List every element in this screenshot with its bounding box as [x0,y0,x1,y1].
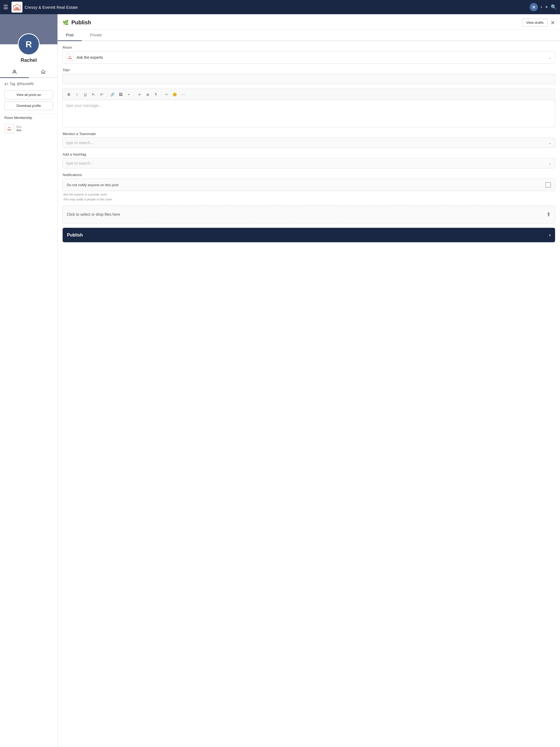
editor-toolbar: B i U A↕ Aᵃ 🔗 🖼 + ≡ ≣ ¶ <> 😊 ⋯ [62,88,555,100]
notification-note-1: Ask the experts is a private room [62,193,555,196]
main-layout: R Rachel 🏷 Tag @RachelRt View all posts … [0,0,560,747]
do-not-notify-label: Do not notify anyone on this post [67,183,119,187]
app-name: Cressy & Everett Real Estate [25,5,78,9]
ordered-list-button[interactable]: ≡ [136,91,143,98]
room-selector-left: the Hub Ask the experts [66,54,103,61]
hashtag-section: Add a Hashtag type to search... ⌄ [62,152,555,169]
title-label: Title* [62,68,555,72]
mention-label: Mention a Teammate [62,132,555,136]
room-label: Room [62,45,555,50]
message-editor[interactable]: type your message... [62,100,555,127]
svg-text:Hub: Hub [7,129,11,131]
unordered-list-button[interactable]: ≣ [144,91,152,98]
hub-room-logo: the Hub [5,124,14,133]
profile-avatar: R [18,33,40,55]
tab-post[interactable]: Post [58,29,82,41]
profile-tabs [0,67,57,78]
hashtag-label: Add a Hashtag [62,152,555,156]
left-panel: R Rachel 🏷 Tag @RachelRt View all posts … [0,14,57,747]
title-input[interactable] [62,74,555,84]
publish-tabs: Post Private [58,29,560,41]
hashtag-placeholder: type to search... [66,161,94,165]
room-logo: the Hub [4,124,14,133]
upload-icon: ⬆ [546,211,551,217]
view-all-posts-button[interactable]: View all posts an [4,91,53,99]
publish-panel: 🌿 Publish View drafts ✕ Post Private Roo… [57,14,560,747]
hub-logo-svg: the Hub [12,3,21,11]
profile-avatar-wrap: R [0,33,57,55]
notifications-section: Notifications Do not notify anyone on th… [62,173,555,201]
tab-private[interactable]: Private [82,29,110,41]
font-size-button[interactable]: A↕ [90,91,97,98]
title-section: Title* [62,68,555,84]
topnav-right-actions: R ▾ + 🔍 [530,3,557,11]
avatar-dropdown-caret[interactable]: ▾ [541,5,542,9]
publish-header-right: View drafts ✕ [522,19,555,27]
required-marker: * [69,68,71,72]
image-button[interactable]: 🖼 [117,91,124,98]
close-button[interactable]: ✕ [551,19,555,26]
svg-text:Hub: Hub [68,57,72,60]
mention-chevron-icon: ⌄ [548,140,552,145]
more-options-button[interactable]: ⋯ [179,91,187,98]
profile-tag-value: @RachelRt [17,82,34,86]
leaf-icon: 🌿 [62,20,69,26]
file-drop-area[interactable]: Click to select or drop files here ⬆ [62,205,555,223]
view-drafts-button[interactable]: View drafts [522,19,548,27]
bold-button[interactable]: B [65,91,73,98]
svg-point-4 [14,70,15,72]
chevron-down-icon: ⌄ [548,55,552,60]
room-section: Room the Hub Ask the experts ⌄ [62,45,555,64]
code-button[interactable]: <> [163,91,170,98]
hashtag-chevron-icon: ⌄ [548,161,552,165]
room-item[interactable]: the Hub Roo Ask [0,121,57,136]
profile-tab-home[interactable] [29,67,57,77]
profile-tag-label: Tag [10,82,15,86]
room-ask: Ask [17,129,21,132]
publish-button-label: Publish [67,233,83,238]
hamburger-menu[interactable]: ☰ [3,4,8,10]
mention-section: Mention a Teammate type to search... ⌄ [62,132,555,148]
publish-form: Room the Hub Ask the experts ⌄ [58,41,560,247]
download-profile-button[interactable]: Download profile [4,101,53,110]
profile-tab-person[interactable] [0,67,29,78]
room-hub-logo: the Hub [67,54,73,61]
room-selector[interactable]: the Hub Ask the experts ⌄ [62,51,555,64]
italic-button[interactable]: i [73,91,81,98]
hashtag-dropdown[interactable]: type to search... ⌄ [62,158,555,169]
search-icon[interactable]: 🔍 [551,4,557,10]
underline-button[interactable]: U [81,91,89,98]
publish-button-arrow-icon: › [549,232,551,238]
do-not-notify-checkbox[interactable] [545,182,551,187]
paragraph-button[interactable]: ¶ [152,91,160,98]
editor-section: B i U A↕ Aᵃ 🔗 🖼 + ≡ ≣ ¶ <> 😊 ⋯ [62,88,555,127]
notification-note-2: This may notify 0 people in this room [62,198,555,201]
user-avatar[interactable]: R [530,3,538,11]
link-button[interactable]: 🔗 [108,91,116,98]
publish-title: Publish [71,19,91,26]
tag-icon: 🏷 [4,82,8,86]
notifications-label: Notifications [62,173,555,177]
editor-placeholder: type your message... [66,103,102,108]
profile-name: Rachel [0,57,57,63]
room-selector-name: Ask the experts [77,55,103,60]
profile-tag-row: 🏷 Tag @RachelRt [0,78,57,87]
room-selector-icon: the Hub [66,54,74,61]
font-color-button[interactable]: Aᵃ [98,91,105,98]
file-drop-label: Click to select or drop files here [67,212,120,216]
publish-button[interactable]: Publish › [62,228,555,242]
notifications-row: Do not notify anyone on this post [62,179,555,191]
logo-icon: the Hub [11,2,22,12]
room-label: Roo [17,126,21,129]
mention-placeholder: type to search... [66,140,94,145]
emoji-button[interactable]: 😊 [171,91,179,98]
app-logo: the Hub Cressy & Everett Real Estate [11,2,78,12]
publish-header: 🌿 Publish View drafts ✕ [58,14,560,29]
room-membership-title: Room Membership [0,113,57,121]
toolbar-separator-3 [161,92,161,97]
top-navigation: ☰ the Hub Cressy & Everett Real Estate R… [0,0,560,14]
add-button[interactable]: + [545,4,548,10]
mention-dropdown[interactable]: type to search... ⌄ [62,137,555,148]
profile-buttons: View all posts an Download profile [0,87,57,113]
more-button[interactable]: + [125,91,133,98]
